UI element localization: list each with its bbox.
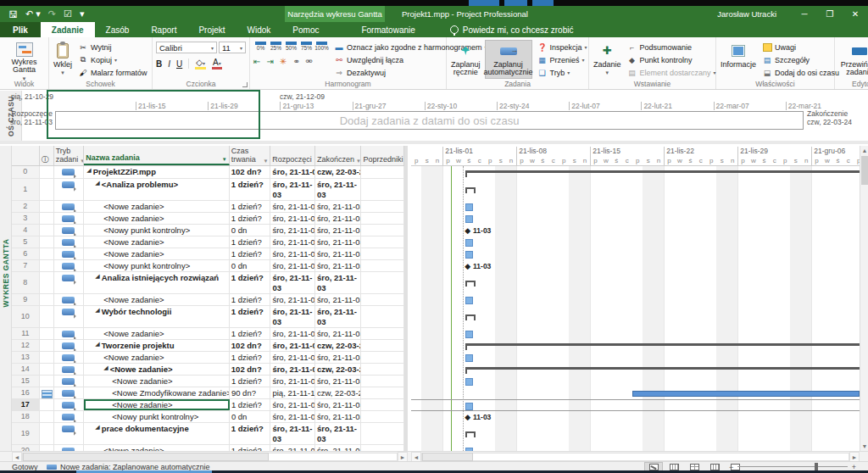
inspect-button[interactable]: ❓Inspekcja▾ [536,42,589,53]
task-mode-cell[interactable] [54,364,85,375]
task-mode-cell[interactable] [54,376,85,387]
pct-0-button[interactable]: 0% [253,42,268,52]
task-bar[interactable] [465,354,473,362]
column-header-poprzedniki[interactable]: Poprzedniki [361,146,404,165]
close-button[interactable]: ✕ [843,6,868,22]
task-mode-cell[interactable] [54,306,85,327]
predecessors-cell[interactable] [361,399,404,410]
chart-row[interactable]: ◆11-03 [411,225,860,236]
start-date-cell[interactable]: śro, 21-11-03 [270,236,315,248]
row-number[interactable]: 7 [12,260,40,271]
finish-date-cell[interactable]: śro, 21-11-03 [315,445,362,451]
column-header-zakończen[interactable]: Zakończen▼ [315,146,362,165]
predecessors-cell[interactable] [361,294,404,305]
finish-date-cell[interactable]: czw, 22-03-24 [315,387,362,398]
tab-raport[interactable]: Raport [140,22,187,37]
minimize-button[interactable]: ─ [792,6,817,22]
duration-cell[interactable]: 90 dn? [230,387,271,398]
start-date-cell[interactable]: śro, 21-11-03 [270,166,315,178]
duration-cell[interactable]: 102 dn? [230,364,271,375]
table-row[interactable]: 13<Nowe zadanie>1 dzień?śro, 21-11-03śro… [12,352,404,364]
gantt-chart-view-button[interactable]: Wykres Gantta ▼ [3,40,45,79]
table-row[interactable]: 15<Nowe zadanie>1 dzień?śro, 21-11-03śro… [12,376,404,387]
collapse-icon[interactable]: ◢ [95,273,99,281]
task-mode-cell[interactable] [54,236,85,248]
milestone[interactable]: ◆11-03 [465,262,491,270]
duration-cell[interactable]: 1 dzień? [230,248,271,259]
finish-date-cell[interactable]: czw, 22-03-24 [315,166,362,178]
chart-row[interactable] [411,376,860,387]
chart-row[interactable] [411,306,860,328]
details-button[interactable]: ▤Szczegóły [760,54,841,65]
duration-cell[interactable]: 1 dzień? [230,423,271,444]
duration-cell[interactable]: 1 dzień? [230,201,271,212]
column-header--[interactable]: ⓘ [40,146,54,165]
task-bar[interactable] [465,203,473,211]
filter-icon[interactable]: ▼ [263,159,268,164]
filter-icon[interactable]: ▼ [356,159,361,164]
predecessors-cell[interactable] [361,248,404,259]
finish-date-cell[interactable]: śro, 21-11-03 [315,423,362,444]
collapse-icon[interactable]: ◢ [86,167,91,175]
paste-button[interactable]: Wklej ▼ [53,40,73,79]
task-bar[interactable] [465,378,473,386]
chart-row[interactable]: ◆11-03 [411,411,860,423]
start-date-cell[interactable]: śro, 21-11-03 [270,213,315,224]
predecessors-cell[interactable] [361,306,404,327]
duration-cell[interactable]: 0 dn [230,225,271,236]
table-row[interactable]: 5<Nowe zadanie>1 dzień?śro, 21-11-03śro,… [12,236,404,248]
pct-100-button[interactable]: 100% [314,42,329,52]
checkbox-icon[interactable]: ☑ [64,8,72,19]
start-date-cell[interactable]: śro, 21-11-03 [270,272,315,293]
underline-button[interactable]: U [176,59,182,69]
task-name-cell[interactable]: <Nowe zadanie> [84,248,230,259]
italic-button[interactable]: I [168,59,170,69]
finish-date-cell[interactable]: śro, 21-11-03 [315,352,362,363]
predecessors-cell[interactable] [361,364,404,375]
chart-body[interactable]: ◆11-03◆11-03◆11-03 [411,166,860,451]
bold-button[interactable]: B [156,59,162,69]
row-number[interactable]: 18 [12,411,40,422]
zoom-out-icon[interactable]: − [729,463,733,471]
collapse-icon[interactable]: ◢ [103,364,108,372]
row-number[interactable]: 10 [12,306,40,327]
row-number[interactable]: 19 [12,423,40,444]
task-name-cell[interactable]: <Nowy punkt kontrolny> [84,225,230,236]
task-bar[interactable] [465,215,473,223]
start-date-cell[interactable]: śro, 21-11-03 [270,179,315,200]
highlight-color-button[interactable]: ◇▾ [195,58,206,70]
finish-date-cell[interactable]: śro, 21-11-03 [315,399,362,410]
chart-row[interactable] [411,236,860,248]
duration-cell[interactable]: 102 dn? [230,340,271,351]
row-number[interactable]: 5 [12,236,40,248]
scroll-up-icon[interactable]: ▲ [860,146,868,155]
chart-row[interactable]: ◆11-03 [411,260,860,272]
row-number[interactable]: 15 [12,376,40,387]
chart-row[interactable] [411,179,860,201]
user-name[interactable]: Jarosław Utracki [717,9,776,19]
predecessors-cell[interactable] [361,272,404,293]
task-name-cell[interactable]: <Nowe zadanie> [84,352,230,363]
duration-cell[interactable]: 0 dn [230,260,271,271]
task-name-cell[interactable]: ◢ProjektZZiP.mpp [84,166,229,178]
task-name-cell[interactable]: ◢<Analiza problemu> [84,179,229,200]
table-row[interactable]: 4<Nowy punkt kontrolny>0 dnśro, 21-11-03… [12,225,404,236]
filter-icon[interactable]: ▼ [222,157,227,163]
start-date-cell[interactable]: pią, 21-11-19 [270,387,315,398]
task-name-cell[interactable]: <Nowe zadanie> [84,328,230,339]
row-number[interactable]: 13 [12,352,40,363]
milestone[interactable]: ◆11-03 [465,226,491,235]
predecessors-cell[interactable] [361,445,404,451]
task-name-cell[interactable]: ◢Wybór technologii [84,306,229,327]
row-number[interactable]: 12 [12,340,40,351]
task-name-cell[interactable]: <Nowe zadanie> [84,213,230,224]
start-date-cell[interactable]: śro, 21-11-03 [270,225,315,236]
table-row[interactable]: 16<Nowe Zmodyfikowane zadanie>90 dn?pią,… [12,387,404,399]
undo-icon[interactable]: ↶ ▾ [25,8,41,19]
tell-me-box[interactable]: Powiedz mi, co chcesz zrobić [450,22,574,37]
duration-cell[interactable]: 1 dzień? [230,399,271,410]
chart-row[interactable] [411,387,860,399]
chart-row[interactable] [411,352,860,364]
format-painter-button[interactable]: 🖌Malarz formatów [76,67,149,78]
summary-bar-short[interactable] [465,187,476,193]
